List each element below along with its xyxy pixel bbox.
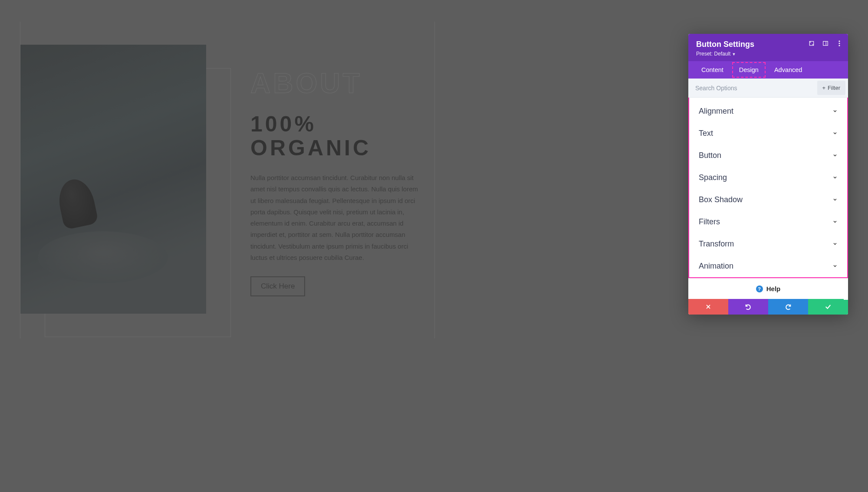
svg-point-3 — [838, 40, 840, 42]
section-label: Alignment — [699, 107, 733, 116]
check-icon — [825, 303, 832, 310]
chevron-down-icon — [832, 130, 838, 138]
chevron-down-icon — [832, 152, 838, 160]
search-row: + Filter — [688, 79, 848, 98]
help-label: Help — [766, 285, 781, 292]
svg-point-4 — [838, 43, 840, 44]
section-box-shadow[interactable]: Box Shadow — [689, 189, 847, 211]
plus-icon: + — [822, 85, 826, 91]
section-button[interactable]: Button — [689, 144, 847, 167]
headline-line-2: ORGANIC — [250, 136, 371, 160]
snap-right-icon[interactable] — [822, 40, 829, 47]
help-icon: ? — [756, 285, 763, 292]
svg-rect-1 — [823, 41, 828, 45]
section-alignment[interactable]: Alignment — [689, 100, 847, 122]
about-headline: 100% ORGANIC — [250, 112, 424, 160]
chevron-down-icon — [832, 218, 838, 226]
chevron-down-icon — [832, 240, 838, 248]
expand-icon[interactable] — [808, 40, 815, 47]
section-filters[interactable]: Filters — [689, 211, 847, 233]
filter-button[interactable]: + Filter — [817, 81, 845, 95]
undo-button[interactable] — [728, 299, 768, 315]
section-animation[interactable]: Animation — [689, 255, 847, 277]
about-text-column: ABOUT 100% ORGANIC Nulla porttitor accum… — [250, 67, 424, 296]
section-label: Animation — [699, 262, 733, 271]
header-icon-group — [808, 40, 843, 47]
svg-point-5 — [838, 45, 840, 46]
search-options-input[interactable] — [688, 79, 815, 97]
preset-label: Preset: Default — [696, 51, 730, 57]
chevron-down-icon — [832, 262, 838, 270]
caret-down-icon: ▼ — [732, 52, 736, 56]
headline-line-1: 100% — [250, 112, 316, 136]
help-link[interactable]: ? Help — [688, 278, 848, 299]
section-label: Text — [699, 129, 713, 138]
close-icon — [705, 304, 711, 310]
section-text[interactable]: Text — [689, 122, 847, 144]
about-photo — [20, 45, 206, 314]
click-here-button[interactable]: Click Here — [250, 276, 305, 296]
about-outline-heading: ABOUT — [250, 67, 424, 99]
kebab-menu-icon[interactable] — [836, 40, 843, 47]
section-label: Filters — [699, 217, 720, 226]
section-label: Box Shadow — [699, 195, 743, 204]
undo-icon — [745, 303, 752, 310]
chevron-down-icon — [832, 196, 838, 204]
chevron-down-icon — [832, 174, 838, 182]
page-canvas: ABOUT 100% ORGANIC Nulla porttitor accum… — [20, 22, 435, 338]
section-label: Spacing — [699, 173, 727, 182]
filter-button-label: Filter — [828, 85, 840, 91]
redo-button[interactable] — [768, 299, 808, 315]
preset-dropdown[interactable]: Preset: Default▼ — [696, 51, 840, 57]
design-sections: Alignment Text Button Spacing Box Shadow… — [688, 98, 848, 278]
section-label: Transform — [699, 239, 734, 249]
section-spacing[interactable]: Spacing — [689, 167, 847, 189]
panel-footer-buttons — [688, 299, 848, 315]
settings-tabs: Content Design Advanced — [688, 61, 848, 79]
about-body-copy: Nulla porttitor accumsan tincidunt. Cura… — [250, 172, 424, 263]
tab-advanced[interactable]: Advanced — [766, 61, 810, 79]
chevron-down-icon — [832, 108, 838, 115]
panel-header[interactable]: Button Settings Preset: Default▼ — [688, 34, 848, 61]
section-label: Button — [699, 151, 721, 160]
cancel-button[interactable] — [688, 299, 728, 315]
tab-content[interactable]: Content — [694, 61, 731, 79]
redo-icon — [785, 303, 792, 310]
button-settings-panel: Button Settings Preset: Default▼ Content… — [688, 34, 848, 315]
section-transform[interactable]: Transform — [689, 233, 847, 255]
resize-handle[interactable] — [844, 292, 848, 300]
tab-design[interactable]: Design — [731, 61, 766, 79]
save-button[interactable] — [808, 299, 848, 315]
